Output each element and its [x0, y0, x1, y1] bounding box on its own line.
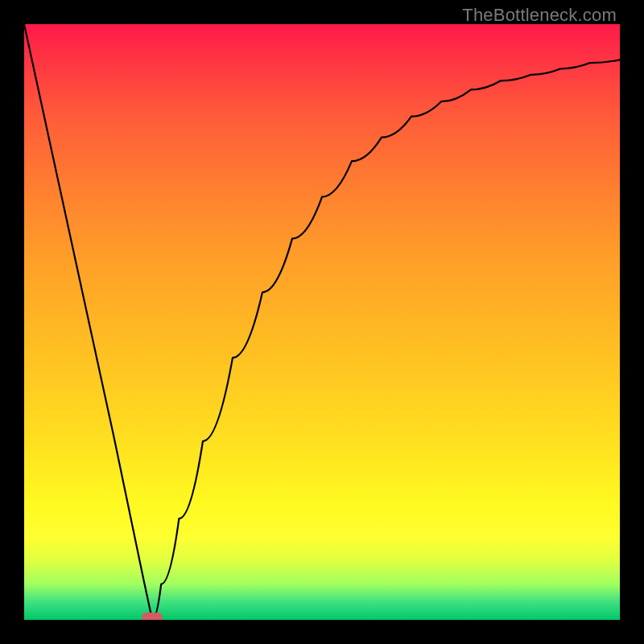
bottleneck-curve [24, 24, 620, 620]
chart-frame: TheBottleneck.com [0, 0, 644, 644]
watermark-text: TheBottleneck.com [462, 5, 617, 26]
plot-area [24, 24, 620, 620]
curve-svg [24, 24, 620, 620]
optimum-marker [142, 613, 163, 620]
